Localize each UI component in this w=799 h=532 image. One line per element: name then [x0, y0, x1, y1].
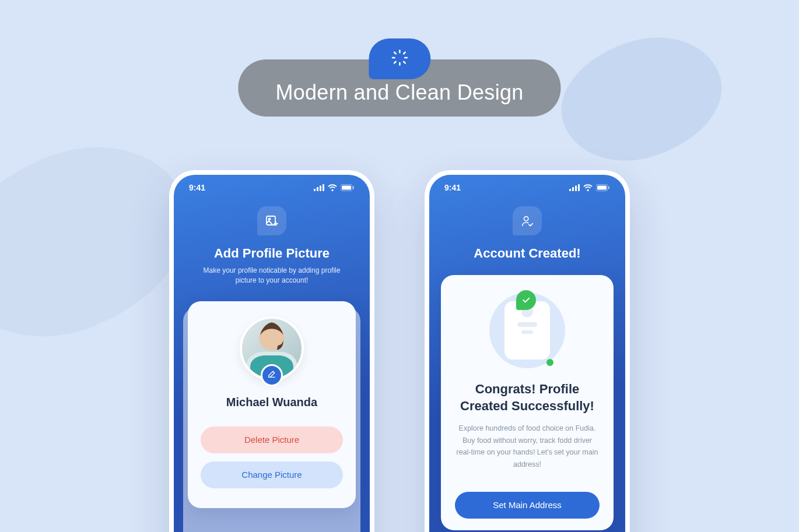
- status-time: 9:41: [189, 183, 205, 192]
- image-add-icon: [257, 206, 286, 235]
- battery-icon: [341, 184, 355, 191]
- banner-badge: [369, 38, 430, 79]
- congrats-subtitle: Explore hundreds of food choice on Fudia…: [455, 422, 600, 471]
- banner: Modern and Clean Design: [238, 38, 560, 117]
- delete-picture-button[interactable]: Delete Picture: [201, 427, 343, 453]
- phone-mockup-profile: 9:41: [169, 170, 374, 532]
- status-bar: 9:41: [174, 175, 370, 192]
- phone-mockup-created: 9:41: [425, 170, 630, 532]
- svg-line-6: [394, 62, 396, 64]
- svg-rect-24: [608, 186, 609, 189]
- svg-line-2: [394, 52, 396, 54]
- svg-line-7: [404, 52, 405, 54]
- edit-icon: [267, 369, 276, 381]
- signal-icon: [569, 184, 580, 191]
- battery-icon: [596, 184, 610, 191]
- svg-rect-20: [575, 186, 577, 192]
- user-check-icon: [513, 206, 542, 235]
- svg-rect-19: [572, 187, 574, 191]
- edit-avatar-button[interactable]: [261, 364, 283, 386]
- svg-point-16: [269, 219, 271, 220]
- wifi-icon: [583, 184, 593, 191]
- svg-rect-9: [317, 187, 318, 191]
- success-card: Congrats! Profile Created Successfully! …: [441, 275, 614, 530]
- svg-rect-11: [323, 184, 324, 191]
- screen-title: Account Created!: [474, 246, 580, 261]
- profile-card: Michael Wuanda Delete Picture Change Pic…: [188, 301, 356, 508]
- svg-rect-14: [353, 186, 354, 189]
- screen-subtitle: Make your profile noticable by adding pr…: [174, 266, 370, 286]
- svg-rect-10: [320, 186, 321, 192]
- success-illustration: [489, 293, 565, 368]
- wifi-icon: [328, 184, 337, 191]
- checkmark-icon: [516, 290, 536, 310]
- background-blob: [548, 22, 735, 177]
- svg-rect-21: [578, 184, 580, 191]
- set-main-address-button[interactable]: Set Main Address: [455, 492, 600, 519]
- congrats-title: Congrats! Profile Created Successfully!: [455, 381, 600, 414]
- spinner-icon: [391, 49, 408, 69]
- svg-rect-18: [569, 189, 571, 191]
- svg-line-3: [404, 62, 405, 64]
- screen-title: Add Profile Picture: [214, 246, 330, 261]
- svg-rect-8: [314, 189, 316, 191]
- user-name: Michael Wuanda: [226, 396, 317, 409]
- status-bar: 9:41: [429, 175, 625, 192]
- svg-rect-23: [597, 186, 607, 190]
- status-time: 9:41: [444, 183, 461, 192]
- svg-point-25: [524, 217, 528, 221]
- change-picture-button[interactable]: Change Picture: [201, 461, 343, 488]
- svg-rect-13: [342, 186, 351, 190]
- signal-icon: [314, 184, 324, 191]
